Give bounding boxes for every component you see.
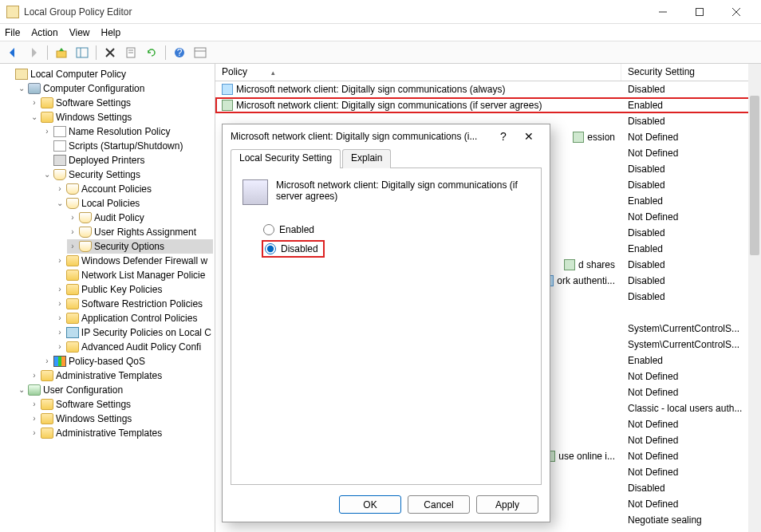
- svg-rect-2: [77, 48, 88, 57]
- tree-application-control[interactable]: ›Application Control Policies: [54, 311, 213, 325]
- tab-local-security-setting[interactable]: Local Security Setting: [231, 149, 341, 168]
- setting-cell: Disabled: [621, 179, 761, 191]
- menu-file[interactable]: File: [5, 27, 20, 38]
- filter-button[interactable]: [191, 44, 210, 61]
- setting-cell: Not Defined: [621, 211, 761, 223]
- tree-security-options[interactable]: ›Security Options: [67, 239, 213, 254]
- tree-policy-based-qos[interactable]: ›Policy-based QoS: [41, 354, 213, 368]
- dialog-titlebar: Microsoft network client: Digitally sign…: [223, 124, 550, 148]
- radio-group: Enabled Disabled: [263, 224, 530, 262]
- tree-user-windows-settings[interactable]: ›Windows Settings: [29, 412, 213, 426]
- properties-button[interactable]: [121, 44, 140, 61]
- tab-explain[interactable]: Explain: [342, 149, 391, 168]
- ok-button[interactable]: OK: [339, 495, 401, 514]
- tree-windows-defender[interactable]: ›Windows Defender Firewall w: [54, 254, 213, 268]
- policy-cell: Microsoft network client: Digitally sign…: [215, 100, 621, 111]
- column-label: Policy: [222, 66, 247, 77]
- tree-deployed-printers[interactable]: Deployed Printers: [41, 153, 213, 167]
- list-header: Policy▴ Security Setting: [215, 64, 761, 81]
- tree-label: IP Security Policies on Local C: [81, 325, 211, 340]
- tree-account-policies[interactable]: ›Account Policies: [54, 182, 213, 196]
- radio-disabled-label: Disabled: [281, 243, 318, 254]
- setting-cell: Not Defined: [621, 435, 761, 446]
- toolbar-separator: [47, 45, 48, 60]
- policy-row-icon: [573, 132, 584, 143]
- policy-row-icon: [222, 84, 233, 95]
- tree-windows-settings[interactable]: ⌄Windows Settings: [29, 110, 213, 124]
- dialog-help-button[interactable]: ?: [491, 130, 516, 143]
- tree-label: Policy-based QoS: [69, 354, 145, 368]
- app-icon: [6, 6, 19, 18]
- window-controls: [645, 0, 755, 24]
- dialog-buttons: OK Cancel Apply: [339, 495, 538, 514]
- column-security-setting[interactable]: Security Setting: [621, 64, 761, 81]
- dialog-tab-body: Microsoft network client: Digitally sign…: [231, 167, 542, 485]
- show-hide-tree-button[interactable]: [73, 44, 92, 61]
- toolbar: ?: [0, 41, 761, 64]
- tree-software-settings[interactable]: ›Software Settings: [29, 96, 213, 110]
- policy-cell: Microsoft network client: Digitally sign…: [215, 84, 621, 95]
- tree-computer-configuration[interactable]: ⌄Computer Configuration: [16, 81, 213, 96]
- properties-dialog: Microsoft network client: Digitally sign…: [222, 124, 550, 522]
- setting-cell: Not Defined: [621, 371, 761, 382]
- tree-label: Windows Settings: [56, 412, 132, 426]
- tree-user-configuration[interactable]: ⌄User Configuration: [16, 383, 213, 397]
- tree-scripts[interactable]: Scripts (Startup/Shutdown): [41, 139, 213, 153]
- tree-name-resolution-policy[interactable]: ›Name Resolution Policy: [41, 124, 213, 139]
- setting-cell: Not Defined: [621, 148, 761, 159]
- tree-user-admin-templates[interactable]: ›Administrative Templates: [29, 426, 213, 440]
- tree-label: Security Options: [94, 239, 164, 254]
- radio-disabled[interactable]: Disabled: [263, 242, 323, 256]
- svg-rect-0: [696, 8, 704, 15]
- tree-label: Local Policies: [81, 196, 140, 211]
- list-row[interactable]: Microsoft network client: Digitally sign…: [215, 97, 761, 113]
- minimize-button[interactable]: [645, 0, 681, 24]
- radio-enabled-input[interactable]: [263, 224, 274, 235]
- setting-cell: Disabled: [621, 259, 761, 270]
- policy-name: ession: [587, 132, 615, 143]
- maximize-button[interactable]: [681, 0, 718, 24]
- tree-public-key-policies[interactable]: ›Public Key Policies: [54, 282, 213, 297]
- tree-local-policies[interactable]: ⌄Local Policies: [54, 196, 213, 211]
- tree-network-list-manager[interactable]: Network List Manager Policie: [54, 268, 213, 282]
- tree-advanced-audit[interactable]: ›Advanced Audit Policy Confi: [54, 340, 213, 354]
- help-button[interactable]: ?: [170, 44, 189, 61]
- scrollbar-thumb[interactable]: [750, 96, 759, 255]
- menu-view[interactable]: View: [69, 27, 90, 38]
- tree-label: Application Control Policies: [81, 311, 197, 325]
- refresh-button[interactable]: [142, 44, 161, 61]
- apply-button[interactable]: Apply: [476, 495, 538, 514]
- tree-administrative-templates[interactable]: ›Administrative Templates: [29, 368, 213, 383]
- radio-enabled-label: Enabled: [279, 224, 314, 235]
- tree-label: Advanced Audit Policy Confi: [81, 340, 201, 354]
- radio-disabled-input[interactable]: [265, 243, 276, 254]
- radio-enabled[interactable]: Enabled: [263, 224, 530, 235]
- up-button[interactable]: [52, 44, 71, 61]
- policy-description-row: Microsoft network client: Digitally sign…: [242, 179, 530, 205]
- dialog-close-button[interactable]: ✕: [516, 130, 542, 143]
- tree-software-restriction[interactable]: ›Software Restriction Policies: [54, 297, 213, 311]
- cancel-button[interactable]: Cancel: [408, 495, 470, 514]
- tree-user-software-settings[interactable]: ›Software Settings: [29, 397, 213, 412]
- setting-cell: Disabled: [621, 275, 761, 286]
- tree-label: Public Key Policies: [81, 282, 162, 297]
- setting-cell: Not Defined: [621, 451, 761, 462]
- tree-ipsec-policies[interactable]: ›IP Security Policies on Local C: [54, 325, 213, 340]
- setting-cell: Not Defined: [621, 467, 761, 478]
- forward-button[interactable]: [24, 44, 43, 61]
- delete-button[interactable]: [101, 44, 120, 61]
- menu-action[interactable]: Action: [31, 27, 57, 38]
- tree-audit-policy[interactable]: ›Audit Policy: [67, 211, 213, 225]
- menu-help[interactable]: Help: [101, 27, 121, 38]
- tree-security-settings[interactable]: ⌄Security Settings: [41, 167, 213, 182]
- list-row[interactable]: Microsoft network client: Digitally sign…: [215, 81, 761, 97]
- vertical-scrollbar[interactable]: [748, 64, 761, 532]
- column-policy[interactable]: Policy▴: [215, 64, 621, 81]
- tree-user-rights-assignment[interactable]: ›User Rights Assignment: [67, 225, 213, 239]
- tree-root[interactable]: Local Computer Policy: [3, 67, 213, 81]
- back-button[interactable]: [3, 44, 22, 61]
- tree-label: Windows Defender Firewall w: [81, 254, 207, 268]
- setting-cell: Enabled: [621, 195, 761, 207]
- close-button[interactable]: [718, 0, 755, 24]
- policy-name: ork authenti...: [557, 275, 615, 286]
